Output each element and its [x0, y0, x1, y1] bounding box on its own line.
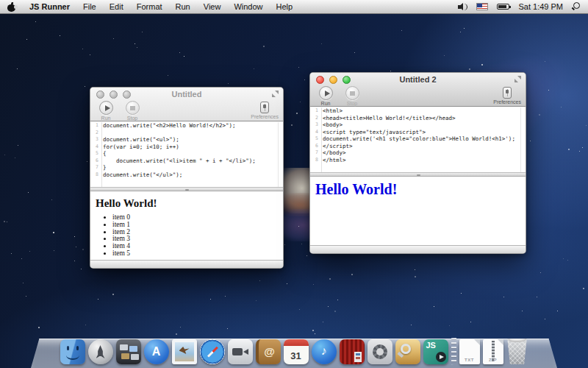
resize-icon[interactable] — [272, 91, 279, 97]
calendar-day: 31 — [290, 350, 301, 361]
facetime-icon[interactable] — [228, 339, 253, 364]
address-book-icon[interactable]: @ — [256, 339, 281, 364]
code-line: 1 <html> — [310, 107, 526, 115]
volume-icon[interactable] — [458, 3, 467, 11]
star — [54, 250, 54, 251]
menu-item[interactable]: Run — [169, 2, 197, 11]
preferences-switch-icon — [503, 87, 512, 99]
run-button[interactable]: Run — [93, 101, 118, 121]
star — [135, 43, 135, 44]
star — [29, 251, 30, 252]
line-number: 8 — [90, 171, 101, 179]
menu-item[interactable]: File — [76, 2, 103, 11]
star — [401, 30, 402, 31]
apple-menu-icon[interactable] — [7, 2, 16, 12]
play-badge-icon — [436, 352, 446, 362]
code-line: 2 <head><title>Hello World!</title></hea… — [310, 115, 526, 122]
preferences-button[interactable]: Preferences — [251, 101, 279, 119]
code-editor[interactable]: 1 <html> 2 <head><title>Hello World!</ti… — [310, 107, 526, 172]
stop-button[interactable]: Stop — [120, 101, 145, 121]
title-bar[interactable]: Untitled 2 — [310, 73, 526, 85]
spotlight-icon[interactable] — [572, 2, 581, 11]
star — [586, 125, 587, 126]
line-number: 1 — [310, 107, 320, 115]
star — [51, 199, 52, 200]
toolbar: Run Stop Preferences — [90, 100, 283, 121]
pane-splitter[interactable] — [310, 172, 526, 177]
battery-icon[interactable] — [497, 4, 509, 10]
run-button[interactable]: Run — [313, 86, 338, 106]
editor-scrollbar[interactable] — [278, 122, 283, 187]
preferences-button[interactable]: Preferences — [493, 86, 521, 105]
star — [481, 64, 483, 66]
preview-icon[interactable] — [395, 339, 420, 364]
menu-bar-clock[interactable]: Sat 1:49 PM — [518, 2, 563, 11]
menu-item[interactable]: Help — [270, 2, 300, 11]
js-runner-icon[interactable]: JS — [423, 339, 448, 364]
window-header: Untitled Run Stop Preferences — [90, 88, 283, 121]
star — [112, 294, 114, 295]
camera-lens — [243, 349, 248, 355]
star — [461, 293, 462, 294]
dock-divider — [451, 338, 456, 364]
stop-button[interactable]: Stop — [340, 86, 365, 106]
star — [390, 71, 391, 71]
code-text: <html> — [320, 107, 343, 115]
star — [304, 79, 305, 80]
code-text: document.write("<ul>"); — [101, 136, 179, 144]
js-letters: JS — [426, 341, 436, 350]
input-language-flag-icon[interactable] — [476, 3, 488, 10]
star — [82, 249, 84, 250]
app-menu-title[interactable]: JS Runner — [23, 2, 76, 11]
line-number: 4 — [90, 144, 101, 151]
window-untitled-2: Untitled 2 Run Stop Preferences 1 <htm — [309, 72, 526, 254]
star — [334, 311, 336, 312]
system-preferences-icon[interactable] — [368, 339, 392, 364]
star — [225, 296, 226, 297]
txt-file-icon[interactable]: TXT — [459, 339, 480, 364]
output-pane: Hello World! item 0item 1item 2item 3ite… — [90, 192, 283, 260]
ical-icon[interactable]: 31 — [284, 339, 309, 364]
star — [76, 247, 76, 247]
menu-item[interactable]: Format — [130, 2, 169, 11]
star — [137, 47, 137, 48]
star — [35, 21, 36, 22]
star — [301, 244, 302, 244]
code-editor[interactable]: 1 document.write("<h2>Hello World!</h2>"… — [90, 122, 283, 187]
photo-booth-icon[interactable] — [340, 339, 365, 364]
mission-control-icon[interactable] — [116, 339, 141, 364]
star — [545, 61, 545, 62]
star — [449, 325, 450, 326]
title-bar[interactable]: Untitled — [90, 88, 283, 100]
line-number: 3 — [90, 136, 101, 144]
star — [460, 32, 461, 32]
rocket-glyph — [96, 345, 105, 358]
trash-icon[interactable] — [506, 339, 528, 364]
star — [4, 155, 5, 155]
mail-icon[interactable] — [172, 339, 197, 364]
safari-icon[interactable] — [200, 339, 225, 364]
run-play-icon — [99, 101, 113, 115]
line-number: 2 — [310, 115, 320, 122]
star — [299, 309, 300, 310]
editor-scrollbar[interactable] — [520, 107, 526, 172]
code-line: 4 for(var i=0; i<10; i++) — [90, 144, 283, 151]
pane-splitter[interactable] — [90, 187, 283, 191]
menu-item[interactable]: Edit — [103, 2, 130, 11]
star — [82, 49, 83, 49]
zip-file-icon[interactable]: ZIP — [483, 339, 503, 364]
finder-icon[interactable] — [60, 339, 85, 364]
star — [582, 147, 583, 148]
star — [18, 145, 18, 146]
itunes-icon[interactable]: ♪ — [312, 339, 337, 364]
star — [539, 114, 540, 116]
resize-icon[interactable] — [514, 76, 521, 82]
star — [179, 52, 180, 53]
app-store-icon[interactable]: A — [144, 339, 169, 364]
menu-item[interactable]: Window — [227, 2, 269, 11]
menu-item[interactable]: View — [197, 2, 228, 11]
launchpad-icon[interactable] — [88, 339, 113, 364]
line-number: 8 — [310, 157, 320, 164]
line-number: 7 — [90, 164, 101, 171]
menu-bar-left: JS Runner FileEditFormatRunViewWindowHel… — [0, 2, 299, 12]
